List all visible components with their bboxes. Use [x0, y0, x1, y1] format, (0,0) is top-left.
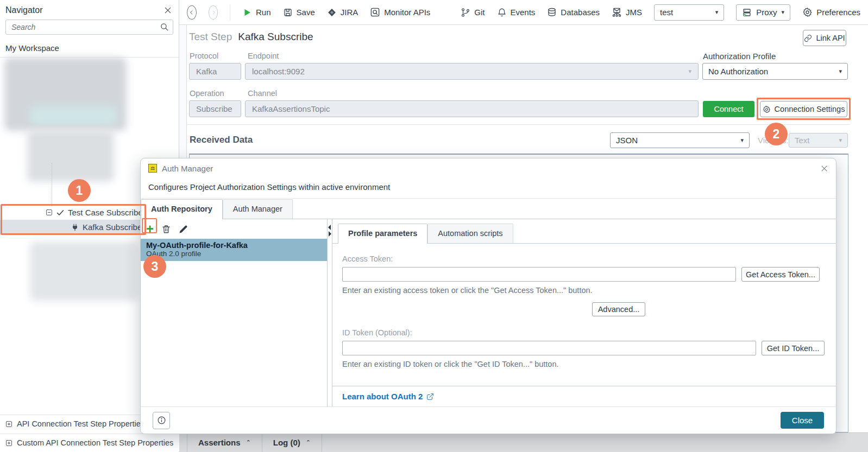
view-as-value: Text [795, 136, 810, 145]
run-button[interactable]: Run [242, 8, 271, 17]
git-button[interactable]: Git [461, 8, 485, 17]
collapse-icon[interactable] [46, 209, 53, 216]
gear-icon [802, 7, 813, 17]
connect-label: Connect [714, 105, 743, 113]
main-toolbar: Run Save JIRA Monitor APIs Git Events Da… [179, 0, 868, 25]
databases-button[interactable]: Databases [547, 8, 600, 17]
id-token-label: ID Token (Optional): [342, 328, 825, 337]
edit-profile-button[interactable] [179, 225, 188, 234]
chevron-down-icon: ▾ [688, 68, 691, 75]
authorization-profile-value: No Authorization [708, 67, 768, 76]
access-token-hint: Enter an existing access token or click … [342, 286, 825, 295]
endpoint-label: Endpoint [248, 52, 279, 60]
id-token-hint: Enter an existing ID token or click the … [342, 360, 825, 368]
external-link-icon [426, 393, 434, 400]
get-id-token-button[interactable]: Get ID Token... [762, 341, 825, 355]
profile-list-toolbar: + [141, 219, 327, 239]
get-id-token-label: Get ID Token... [767, 344, 819, 353]
profile-tabs: Profile parameters Automation scripts [332, 219, 836, 244]
databases-label: Databases [561, 8, 600, 17]
authorization-profile-label: Authorization Profile [703, 52, 776, 61]
arrow-right-icon [210, 9, 217, 16]
preferences-button[interactable]: Preferences [802, 7, 860, 17]
properties-label: API Connection Test Step Properties [17, 419, 144, 428]
advanced-button[interactable]: Advanced... [592, 302, 645, 316]
learn-oauth-link[interactable]: Learn about OAuth 2 [342, 392, 423, 401]
annotation-badge-1: 1 [68, 179, 91, 202]
profile-details-panel: Profile parameters Automation scripts Ac… [332, 219, 836, 406]
chevron-down-icon: ▾ [839, 68, 842, 75]
expand-icon[interactable] [5, 440, 12, 447]
delete-profile-button[interactable] [161, 224, 171, 234]
operation-label: Operation [190, 89, 224, 98]
get-access-token-button[interactable]: Get Access Token... [741, 267, 820, 282]
log-tab[interactable]: Log (0) ⌃ [262, 433, 322, 452]
annotation-badge-3: 3 [143, 255, 166, 278]
operation-value: Subscribe [196, 104, 232, 113]
toolbar-divider [230, 4, 230, 21]
auth-manager-icon: ⚖ [148, 164, 157, 173]
monitor-apis-button[interactable]: Monitor APIs [370, 7, 430, 17]
authorization-profile-select[interactable]: No Authorization ▾ [702, 63, 848, 80]
events-label: Events [511, 8, 536, 17]
chevron-down-icon: ▾ [782, 9, 785, 16]
profile-type: OAuth 2.0 profile [146, 250, 322, 258]
expand-icon[interactable] [5, 421, 12, 428]
access-token-input[interactable] [342, 267, 736, 282]
monitor-label: Monitor APIs [384, 8, 430, 17]
monitor-icon [370, 7, 380, 17]
dialog-titlebar[interactable]: ⚖ Auth Manager [141, 158, 836, 178]
plug-icon [71, 223, 79, 232]
advanced-label: Advanced... [598, 305, 640, 314]
save-button[interactable]: Save [283, 8, 315, 17]
search-input-wrap [5, 20, 173, 35]
tab-auth-manager[interactable]: Auth Manager [223, 199, 293, 219]
format-select[interactable]: JSON ▾ [610, 132, 750, 148]
id-token-input[interactable] [342, 341, 756, 355]
close-icon[interactable] [820, 164, 828, 173]
link-api-button[interactable]: Link API [803, 30, 846, 46]
auth-profile-list-panel: + My-OAuth-profile-for-Kafka OAuth 2.0 p… [141, 219, 328, 406]
redacted-content [30, 241, 139, 301]
proxy-button[interactable]: Proxy ▾ [736, 4, 790, 21]
tab-profile-parameters[interactable]: Profile parameters [338, 224, 427, 244]
dialog-splitter[interactable] [328, 219, 332, 406]
test-step-label: Test Step [189, 31, 232, 43]
add-profile-button[interactable]: + [146, 222, 154, 235]
view-as-select[interactable]: Text ▾ [789, 133, 848, 148]
close-icon[interactable] [163, 6, 172, 15]
collapse-caret-icon: ⌃ [306, 439, 311, 446]
connection-settings-button[interactable]: Connection Settings [760, 101, 847, 117]
jira-icon [327, 8, 337, 17]
back-button[interactable] [187, 5, 197, 20]
proxy-server-icon [742, 8, 752, 17]
info-button[interactable] [153, 412, 170, 429]
jms-button[interactable]: JMS [612, 7, 642, 17]
close-button[interactable]: Close [781, 412, 824, 429]
tab-automation-scripts[interactable]: Automation scripts [427, 224, 513, 243]
profile-name: My-OAuth-profile-for-Kafka [146, 241, 322, 250]
events-button[interactable]: Events [497, 8, 536, 17]
endpoint-field: localhost:9092 ▾ [245, 63, 699, 80]
format-value: JSON [616, 136, 638, 145]
properties-label: Custom API Connection Test Step Properti… [17, 438, 173, 447]
protocol-label: Protocol [190, 52, 218, 60]
checkmark-icon [56, 208, 65, 217]
forward-button[interactable] [209, 5, 218, 20]
auth-profile-item[interactable]: My-OAuth-profile-for-Kafka OAuth 2.0 pro… [141, 239, 327, 261]
environment-select[interactable]: test ▾ [654, 4, 724, 21]
custom-api-connection-properties[interactable]: Custom API Connection Test Step Properti… [0, 434, 179, 451]
jira-button[interactable]: JIRA [327, 8, 358, 17]
chevron-down-icon: ▾ [715, 9, 719, 16]
connect-button[interactable]: Connect [703, 101, 754, 117]
bottom-statusbar: Assertions ⌃ Log (0) ⌃ [179, 432, 868, 452]
search-input[interactable] [5, 20, 173, 35]
save-label: Save [297, 8, 315, 17]
access-token-label: Access Token: [342, 254, 825, 263]
get-access-token-label: Get Access Token... [746, 270, 815, 279]
endpoint-value: localhost:9092 [252, 67, 305, 76]
assertions-tab[interactable]: Assertions ⌃ [187, 433, 262, 452]
learn-link-row: Learn about OAuth 2 [332, 386, 836, 406]
preferences-label: Preferences [816, 8, 860, 17]
tab-auth-repository[interactable]: Auth Repository [141, 199, 223, 219]
